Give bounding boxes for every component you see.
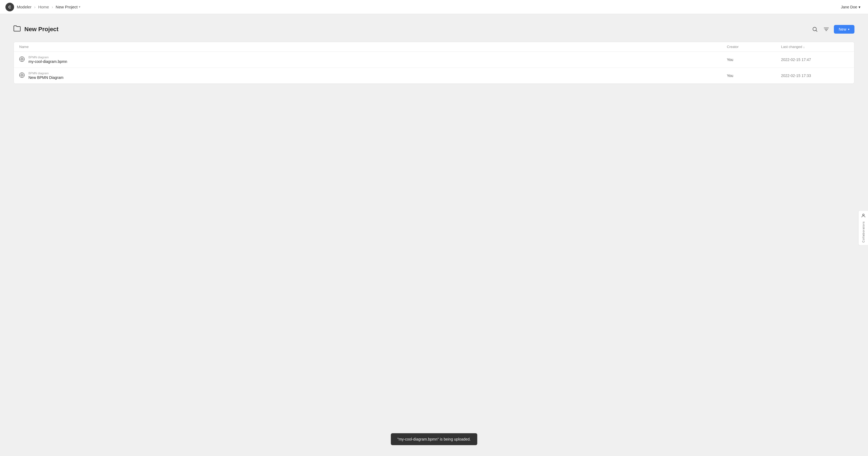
nav-right: Jane Doe ▾ xyxy=(839,4,863,10)
collaborators-label: Collaborators xyxy=(862,221,865,243)
file-cell-1: BPMN diagram my-cool-diagram.bpmn xyxy=(19,56,727,64)
svg-line-1 xyxy=(816,30,817,31)
app-name: Modeler xyxy=(17,5,31,9)
file-info-2: BPMN diagram New BPMN Diagram xyxy=(28,72,63,80)
creator-cell-2: You xyxy=(727,74,781,78)
table-row[interactable]: BPMN diagram my-cool-diagram.bpmn You 20… xyxy=(14,52,854,68)
collaborators-icon xyxy=(861,213,866,219)
date-cell-2: 2022-02-15 17:33 xyxy=(781,74,849,78)
breadcrumb-home[interactable]: Home xyxy=(38,5,49,9)
app-logo: C xyxy=(5,3,14,11)
top-navigation: C Modeler › Home › New Project ▾ Jane Do… xyxy=(0,0,868,14)
user-menu-chevron: ▾ xyxy=(859,5,860,9)
breadcrumb-separator: › xyxy=(34,5,35,9)
file-icon-1 xyxy=(19,56,25,63)
file-name-1: my-cool-diagram.bpmn xyxy=(28,59,67,64)
new-button[interactable]: New ▾ xyxy=(834,25,855,34)
page-actions: New ▾ xyxy=(811,25,855,34)
breadcrumb-dropdown-icon: ▾ xyxy=(79,5,81,9)
breadcrumb-separator-2: › xyxy=(52,5,53,9)
folder-icon xyxy=(13,26,21,33)
col-creator-header: Creator xyxy=(727,45,781,49)
file-table: Name Creator Last changed ↓ xyxy=(13,42,855,84)
creator-cell-1: You xyxy=(727,57,781,62)
table-row[interactable]: BPMN diagram New BPMN Diagram You 2022-0… xyxy=(14,68,854,84)
page-header: New Project New ▾ xyxy=(13,25,855,34)
file-cell-2: BPMN diagram New BPMN Diagram xyxy=(19,72,727,80)
col-name-header: Name xyxy=(19,45,727,49)
new-button-chevron: ▾ xyxy=(848,28,849,31)
sort-arrow-icon: ↓ xyxy=(803,45,805,49)
collaborators-sidebar[interactable]: Collaborators xyxy=(858,210,868,245)
user-menu[interactable]: Jane Doe ▾ xyxy=(839,4,863,10)
main-content: New Project New ▾ xyxy=(0,14,868,95)
page-title: New Project xyxy=(24,26,59,33)
date-cell-1: 2022-02-15 17:47 xyxy=(781,57,849,62)
toast-notification: "my-cool-diagram.bpmn" is being uploaded… xyxy=(391,433,477,445)
search-button[interactable] xyxy=(811,26,819,33)
svg-point-6 xyxy=(21,58,23,60)
user-name: Jane Doe xyxy=(841,5,857,9)
breadcrumb-current[interactable]: New Project ▾ xyxy=(56,5,81,9)
col-last-changed-header: Last changed ↓ xyxy=(781,45,849,49)
svg-point-12 xyxy=(21,74,23,76)
table-header: Name Creator Last changed ↓ xyxy=(14,42,854,52)
filter-button[interactable] xyxy=(823,26,830,32)
file-name-2: New BPMN Diagram xyxy=(28,75,63,80)
file-info-1: BPMN diagram my-cool-diagram.bpmn xyxy=(28,56,67,64)
page-title-area: New Project xyxy=(13,26,59,33)
nav-left: C Modeler › Home › New Project ▾ xyxy=(5,3,81,11)
file-type-2: BPMN diagram xyxy=(28,72,63,75)
svg-point-17 xyxy=(863,214,864,216)
file-type-1: BPMN diagram xyxy=(28,56,67,59)
file-icon-2 xyxy=(19,73,25,79)
